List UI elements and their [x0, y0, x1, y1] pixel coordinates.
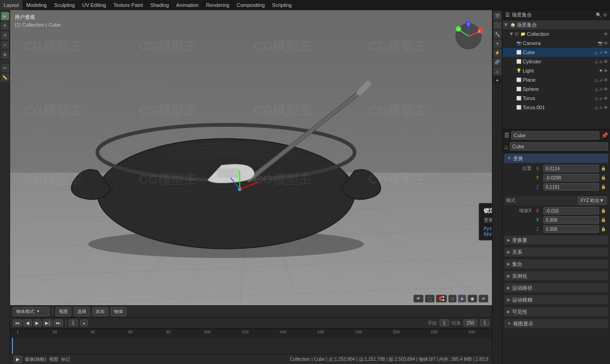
motion-path-header[interactable]: ▶ 运动路径 [504, 283, 608, 292]
menu-select[interactable]: 选择 [74, 307, 90, 316]
relations-header[interactable]: ▶ 关系 [504, 247, 608, 257]
outliner-item-sphere[interactable]: ⬜ Sphere △ ⊿ 👁 [503, 84, 610, 94]
outliner-item-plane[interactable]: ⬜ Plane △ ⊿ 👁 [503, 75, 610, 84]
outliner-item-torus001[interactable]: ⬜ Torus.001 △ ⊿ 👁 [503, 103, 610, 112]
prop-object-data-icon[interactable]: △ [493, 67, 502, 75]
menu-compositing[interactable]: Compositing [233, 0, 268, 10]
lock-x-icon[interactable]: 🔒 [601, 166, 606, 171]
menu-view[interactable]: 视图 [56, 307, 71, 316]
frame-display[interactable]: 1 [69, 319, 78, 326]
overlay-toggle[interactable]: ⬚ [425, 295, 435, 302]
outliner-item-cylinder[interactable]: ⬜ Cylinder △ ⊿ 👁 [503, 57, 610, 66]
menu-add[interactable]: 添加 [92, 307, 108, 316]
shading-material[interactable]: ◉ [468, 295, 477, 302]
torus001-eye-icon[interactable]: 👁 [604, 105, 608, 110]
svg-point-16 [97, 139, 355, 249]
outliner-filter-icon[interactable]: ⚙ [603, 12, 607, 17]
outliner-item-light[interactable]: 💡 Light ☀ 👁 [503, 66, 610, 75]
timeline-content-area[interactable] [10, 338, 492, 354]
prop-constraints-icon[interactable]: 🔗 [493, 58, 502, 66]
shading-solid[interactable]: ● [458, 295, 466, 302]
navigation-gizmo[interactable]: X Y Z [454, 22, 484, 51]
position-x-value[interactable]: 0.0114 [543, 165, 599, 172]
outliner-item-scene-collection[interactable]: ▶ 🏠 场景集合 [503, 20, 610, 29]
motion-blur-section: ▶ 运动模糊 [503, 294, 610, 306]
tool-annotate[interactable]: ✏ [1, 64, 9, 72]
collection-eye-icon[interactable]: 👁 [604, 32, 608, 37]
position-y-value[interactable]: -0.0290 [543, 174, 599, 181]
mode-value[interactable]: XYZ 欧拉▼ [578, 196, 606, 205]
prop-material-icon[interactable]: ● [493, 76, 502, 84]
menu-modeling[interactable]: Modeling [23, 0, 51, 10]
cylinder-eye-icon[interactable]: 👁 [604, 59, 608, 64]
menu-scripting[interactable]: Scripting [268, 0, 295, 10]
shading-wireframe[interactable]: □ [448, 295, 457, 302]
lock-z-icon[interactable]: 🔒 [601, 185, 606, 189]
keyframe-insert[interactable]: ⬥ [80, 319, 88, 326]
menu-texture[interactable]: Texture Paint [110, 0, 147, 10]
jump-end-btn[interactable]: ⏭ [54, 319, 63, 326]
scale-lock-x-icon[interactable]: 🔒 [601, 208, 606, 213]
cube-eye-icon[interactable]: 👁 [604, 50, 608, 55]
menu-rendering[interactable]: Rendering [202, 0, 233, 10]
global-frame-display[interactable]: 1 [480, 319, 489, 326]
prop-particles-icon[interactable]: ✦ [493, 39, 502, 48]
scale-lock-z-icon[interactable]: 🔒 [601, 227, 606, 231]
mode-select[interactable]: 物体模式 ▼ [13, 307, 50, 316]
prop-data-name[interactable]: Cube [510, 142, 608, 151]
sphere-eye-icon[interactable]: 👁 [604, 87, 608, 92]
tool-select[interactable]: ▶ [1, 12, 9, 20]
outliner-item-torus[interactable]: ⬜ Torus △ ⊿ 👁 [503, 94, 610, 103]
menu-layout[interactable]: Layout [0, 0, 23, 10]
xray-toggle[interactable]: 👁 [413, 295, 424, 302]
outliner-item-collection[interactable]: ▶ ☑ 📁 Collection 👁 [503, 29, 610, 39]
position-z-value[interactable]: 0.1161 [543, 183, 599, 190]
transform-header[interactable]: ▼ 变换 [504, 154, 608, 163]
scale-lock-y-icon[interactable]: 🔒 [601, 218, 606, 222]
scale-z-value[interactable]: 0.358 [543, 225, 599, 233]
scale-x-value[interactable]: -0.016 [543, 207, 599, 214]
outliner-filter[interactable]: 🔍 [596, 12, 601, 17]
collection-checkbox[interactable]: ☑ [515, 32, 519, 36]
visibility-header[interactable]: ▶ 可见性 [504, 307, 608, 316]
outliner-item-cube[interactable]: ⬜ Cube △ ⊿ 👁 [503, 48, 610, 57]
tool-rotate[interactable]: ↺ [1, 31, 9, 39]
menu-shading[interactable]: Shading [147, 0, 172, 10]
tool-move[interactable]: ✛ [1, 22, 9, 30]
camera-eye-icon[interactable]: 👁 [604, 41, 608, 46]
jump-start-btn[interactable]: ⏮ [13, 319, 22, 326]
prop-pin-icon[interactable]: 📌 [601, 132, 608, 139]
scale-y-value[interactable]: 0.358 [543, 216, 599, 224]
light-eye-icon[interactable]: 👁 [604, 68, 608, 73]
tool-transform[interactable]: ⊕ [1, 50, 9, 59]
prop-physics-icon[interactable]: ⚡ [493, 49, 502, 57]
next-frame-btn[interactable]: ▶| [43, 319, 52, 326]
viewport-display-header[interactable]: ▼ 视图显示 [504, 319, 608, 328]
menu-sculpting[interactable]: Sculpting [51, 0, 79, 10]
prev-frame-btn[interactable]: ◀ [23, 319, 32, 326]
viewport[interactable]: CG模型主 CG模型主 CG模型主 CG模型主 CG模型主 CG模型主 CG模型… [10, 10, 492, 305]
collections-header[interactable]: ▶ 集合 [504, 259, 608, 269]
instancing-header[interactable]: ▶ 实例化 [504, 271, 608, 280]
tool-scale[interactable]: ⤢ [1, 41, 9, 49]
tool-measure[interactable]: 📏 [1, 73, 9, 82]
outliner-item-camera[interactable]: 📷 Camera 📷 👁 [503, 39, 610, 48]
snapping-toggle[interactable]: 🧲 [436, 295, 447, 302]
menu-object[interactable]: 物体 [111, 307, 126, 316]
prop-object-icon[interactable]: ⬛ [493, 21, 502, 29]
play-btn[interactable]: ▶ [33, 319, 41, 326]
torus-eye-icon[interactable]: 👁 [604, 96, 608, 101]
menu-animation[interactable]: Animation [173, 0, 203, 10]
prop-object-name[interactable]: Cube [511, 131, 599, 140]
start-frame-val[interactable]: 1 [440, 319, 449, 326]
shading-rendered[interactable]: ☀ [479, 295, 488, 302]
menu-uv[interactable]: UV Editing [79, 0, 110, 10]
play-icon[interactable]: ▶ [14, 356, 22, 363]
plane-eye-icon[interactable]: 👁 [604, 78, 608, 83]
prop-scene-icon[interactable]: 🎬 [493, 12, 502, 20]
motion-blur-header[interactable]: ▶ 运动模糊 [504, 295, 608, 304]
prop-modifier-icon[interactable]: 🔧 [493, 30, 502, 39]
lock-y-icon[interactable]: 🔒 [601, 175, 606, 180]
transform-delta-header[interactable]: ▶ 变换量 [504, 235, 608, 245]
end-frame-val[interactable]: 250 [463, 319, 478, 326]
